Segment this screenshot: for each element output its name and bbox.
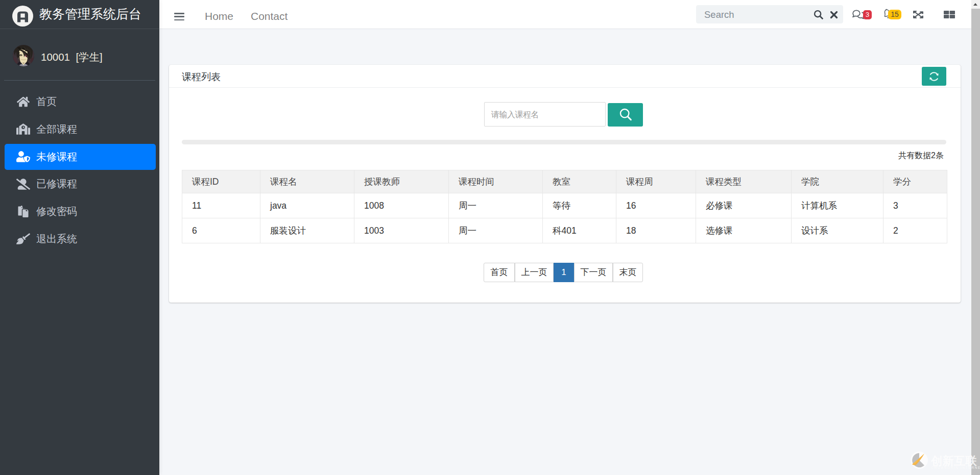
- svg-text:CHUANGXIN INTERNET: CHUANGXIN INTERNET: [931, 466, 980, 469]
